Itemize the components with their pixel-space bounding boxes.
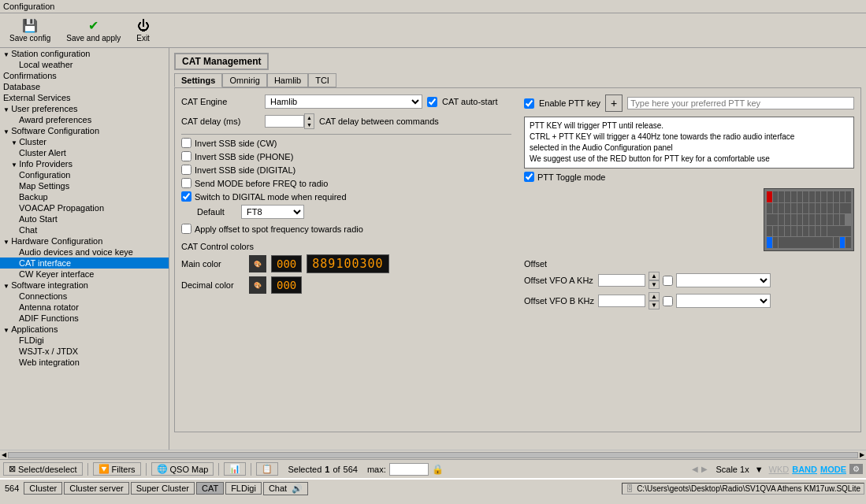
key-z <box>767 226 772 237</box>
exit-button[interactable]: ⏻ Exit <box>132 17 154 44</box>
sidebar-item-software-integration[interactable]: Software integration <box>0 280 169 291</box>
sidebar-item-external-services[interactable]: External Services <box>0 92 169 103</box>
switch-digital-checkbox[interactable] <box>181 191 191 202</box>
ptt-plus-button[interactable]: + <box>605 94 623 112</box>
filters-button[interactable]: 🔽 Filters <box>93 462 141 476</box>
invert-ssb-cw-checkbox[interactable] <box>181 138 191 148</box>
vfo-a-checkbox[interactable] <box>663 276 673 286</box>
tab-tci[interactable]: TCI <box>308 73 336 87</box>
cat-button[interactable]: CAT <box>196 482 224 495</box>
tab-omnirig[interactable]: Omnirig <box>222 73 267 87</box>
qso-map-button[interactable]: 🌐 QSO Map <box>151 462 214 476</box>
sidebar-item-chat[interactable]: Chat <box>0 224 169 235</box>
sidebar-item-web-integration[interactable]: Web integration <box>0 357 169 368</box>
key-p <box>821 203 827 214</box>
sidebar-item-voacap[interactable]: VOACAP Propagation <box>0 202 169 213</box>
save-apply-button[interactable]: ✔ Save and apply <box>61 17 125 44</box>
vfo-b-input[interactable]: 0.000 <box>598 295 645 307</box>
cat-delay-spin[interactable]: ▲ ▼ <box>304 113 314 129</box>
scroll-right-btn[interactable]: ▶ <box>858 451 866 458</box>
ptt-key-input[interactable] <box>627 97 854 109</box>
cat-autostart-checkbox[interactable] <box>427 97 437 107</box>
vfo-b-dropdown[interactable] <box>676 294 771 308</box>
invert-ssb-digital-checkbox[interactable] <box>181 165 191 175</box>
cat-colors-section: CAT Control colors Main color 🎨 000 8891… <box>181 242 511 294</box>
sidebar-item-adif-functions[interactable]: ADIF Functions <box>0 313 169 324</box>
main-color-swatch[interactable]: 🎨 <box>249 255 266 272</box>
tab-hamlib[interactable]: Hamlib <box>267 73 308 87</box>
mode-button[interactable]: MODE <box>820 465 846 474</box>
sidebar-item-local-weather[interactable]: Local weather <box>0 59 169 70</box>
key-i <box>809 203 815 214</box>
cluster-server-button[interactable]: Cluster server <box>64 482 128 495</box>
super-cluster-button[interactable]: Super Cluster <box>131 482 195 495</box>
sidebar-item-station-config[interactable]: Station configuration <box>0 48 169 59</box>
cat-delay-input[interactable]: 0 <box>265 115 304 128</box>
sidebar-item-cat-interface[interactable]: CAT interface <box>0 258 169 269</box>
vfo-b-spin-up[interactable]: ▲ <box>649 292 660 301</box>
select-deselect-button[interactable]: ⊠ Select/deselect <box>3 462 83 476</box>
sidebar-item-wsjt-x[interactable]: WSJT-x / JTDX <box>0 346 169 357</box>
cat-engine-select[interactable]: Hamlib Omnirig TCI <box>265 94 422 109</box>
status-bar: ⊠ Select/deselect 🔽 Filters 🌐 QSO Map 📊 … <box>0 459 866 478</box>
spin-down-icon[interactable]: ▼ <box>305 121 314 128</box>
sidebar-item-connections[interactable]: Connections <box>0 291 169 302</box>
cluster-button[interactable]: Cluster <box>24 482 62 495</box>
sidebar-item-antenna-rotator[interactable]: Antenna rotator <box>0 302 169 313</box>
tab-settings[interactable]: Settings <box>174 73 222 87</box>
vfo-a-spin-up[interactable]: ▲ <box>649 272 660 280</box>
key-dot <box>816 226 821 237</box>
vfo-b-checkbox[interactable] <box>663 296 673 306</box>
send-mode-checkbox[interactable] <box>181 178 191 188</box>
ptt-info-line3: selected in the Audio Configuration pane… <box>530 143 849 154</box>
sidebar-item-info-providers[interactable]: Info Providers <box>0 158 169 169</box>
sidebar-item-cluster-alert[interactable]: Cluster Alert <box>0 147 169 158</box>
invert-ssb-phone-checkbox[interactable] <box>181 151 191 161</box>
sidebar-item-cw-keyer[interactable]: CW Keyer interface <box>0 269 169 280</box>
key-11 <box>834 191 839 202</box>
fldigi-button[interactable]: FLDigi <box>225 482 262 495</box>
decimal-color-swatch[interactable]: 🎨 <box>249 276 266 294</box>
table-button[interactable]: 📋 <box>256 462 278 476</box>
default-select[interactable]: FT8 FT4 JS8 <box>241 205 304 219</box>
apply-offset-checkbox[interactable] <box>181 224 191 234</box>
wkd-button[interactable]: WKD <box>769 465 790 474</box>
lock-icon: 🔒 <box>432 464 444 475</box>
sidebar-item-hardware-config[interactable]: Hardware Configuration <box>0 235 169 246</box>
sidebar-item-auto-start[interactable]: Auto Start <box>0 213 169 224</box>
max-input[interactable]: 5000 <box>389 463 429 476</box>
key-7 <box>809 191 815 202</box>
save-config-button[interactable]: 💾 Save config <box>5 17 55 44</box>
sidebar-item-award-preferences[interactable]: Award preferences <box>0 114 169 125</box>
vfo-b-spin: ▲ ▼ <box>649 292 660 309</box>
sidebar-scroll[interactable]: Station configuration Local weather Conf… <box>0 48 169 450</box>
enable-ptt-checkbox[interactable] <box>524 98 534 109</box>
digi-button[interactable]: 📊 <box>224 462 246 476</box>
sidebar-item-confirmations[interactable]: Confirmations <box>0 70 169 81</box>
scroll-right2[interactable]: ▶ <box>701 465 708 473</box>
spin-up-icon[interactable]: ▲ <box>305 114 314 121</box>
sidebar-item-software-config[interactable]: Software Configuration <box>0 125 169 136</box>
key-y <box>797 203 803 214</box>
sidebar-item-database[interactable]: Database <box>0 81 169 92</box>
scroll-left-btn[interactable]: ◀ <box>0 451 8 458</box>
vfo-a-spin-down[interactable]: ▼ <box>649 280 660 289</box>
chat-task-button[interactable]: Chat 🔊 <box>263 482 308 495</box>
sidebar-item-map-settings[interactable]: Map Settings <box>0 180 169 191</box>
scroll-track[interactable] <box>8 452 858 458</box>
sidebar-item-audio-devices[interactable]: Audio devices and voice keye <box>0 246 169 258</box>
sidebar-item-cluster[interactable]: Cluster <box>0 136 169 147</box>
sidebar-item-configuration[interactable]: Configuration <box>0 169 169 180</box>
scroll-left2[interactable]: ◀ <box>692 465 698 473</box>
sidebar-item-backup[interactable]: Backup <box>0 191 169 202</box>
band-button[interactable]: BAND <box>792 465 817 474</box>
sidebar-item-fldigi[interactable]: FLDigi <box>0 335 169 346</box>
sidebar-item-applications[interactable]: Applications <box>0 324 169 335</box>
settings-icon-btn[interactable]: ⚙ <box>849 464 863 474</box>
vfo-a-dropdown[interactable] <box>676 273 771 287</box>
vfo-b-spin-down[interactable]: ▼ <box>649 301 660 309</box>
vfo-a-input[interactable]: 0.000 <box>598 274 645 287</box>
sidebar-item-user-preferences[interactable]: User preferences <box>0 103 169 114</box>
invert-ssb-cw-label: Invert SSB side (CW) <box>195 139 277 148</box>
ptt-toggle-checkbox[interactable] <box>524 172 534 182</box>
